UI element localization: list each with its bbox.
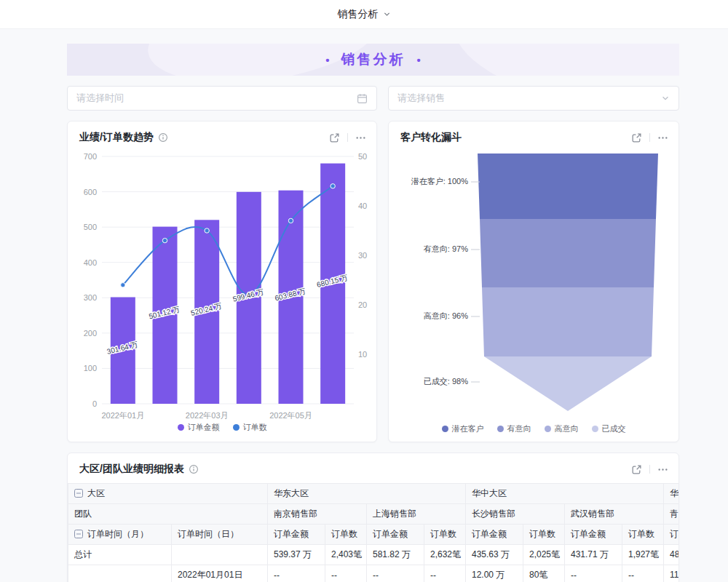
actions-divider — [649, 465, 650, 474]
line-point[interactable] — [331, 184, 335, 188]
y-axis-right-tick: 50 — [358, 152, 367, 161]
banner-dot-left: • — [325, 54, 329, 66]
legend-label: 潜在客户 — [452, 423, 484, 434]
export-icon[interactable] — [631, 132, 642, 143]
funnel-segment-2[interactable] — [482, 287, 654, 356]
legend-label: 订单金额 — [188, 422, 220, 433]
funnel-card: 客户转化漏斗 潜在客户: 100%有意向: 97%高意向: 96%已成交: 98… — [388, 121, 679, 442]
metric-count-header: 订单数 — [325, 525, 367, 545]
line-point[interactable] — [121, 283, 125, 287]
y-axis-left-tick: 200 — [84, 329, 97, 338]
region-name-header: 华中大区 — [466, 484, 664, 504]
region-name-header: 华东大区 — [268, 484, 466, 504]
funnel-stage-label: 潜在客户: 100% — [411, 177, 468, 186]
line-point[interactable] — [288, 218, 293, 223]
legend-item[interactable]: 订单金额 — [178, 422, 220, 433]
collapse-minus-square-icon[interactable] — [74, 489, 83, 498]
chevron-down-icon — [661, 94, 670, 103]
metric-count-header: 订单数 — [523, 525, 565, 545]
dashboard-switcher[interactable]: 销售分析 — [338, 8, 391, 21]
legend-label: 高意向 — [555, 423, 579, 434]
month-cell: 总计 — [68, 545, 172, 565]
metric-amount-header: 订单金额 — [367, 525, 424, 545]
actions-divider — [347, 133, 348, 142]
x-axis-tick: 2022年05月 — [269, 411, 312, 420]
legend-dot — [233, 424, 240, 431]
actions-divider — [649, 133, 650, 142]
value-cell: 486.06 万 — [664, 545, 679, 565]
info-circle-icon[interactable] — [158, 132, 168, 143]
funnel-card-actions — [631, 132, 668, 143]
team-name-header: 青岛销售部 — [664, 504, 679, 525]
dashboard-title: 销售分析 — [338, 8, 379, 21]
y-axis-right-tick: 10 — [358, 350, 367, 359]
trend-card-actions — [329, 132, 366, 143]
region-name-header: 华北大区 — [664, 484, 679, 504]
export-icon[interactable] — [329, 132, 340, 143]
legend-item[interactable]: 高意向 — [545, 423, 579, 434]
table-scroll-area[interactable]: 大区华东大区华中大区华北大区团队南京销售部上海销售部长沙销售部武汉销售部青岛销售… — [68, 483, 678, 582]
table-card-title: 大区/团队业绩明细报表 — [79, 463, 199, 476]
value-cell: 539.37 万 — [268, 545, 325, 565]
day-col-header: 订单时间（日） — [172, 525, 268, 545]
legend-dot — [592, 426, 598, 432]
funnel-stage-label: 高意向: 96% — [424, 311, 468, 320]
chevron-down-icon — [383, 10, 391, 18]
metric-amount-header: 订单金额 — [268, 525, 325, 545]
legend-item[interactable]: 潜在客户 — [442, 423, 484, 434]
funnel-segment-0[interactable] — [478, 154, 658, 219]
funnel-card-title-text: 客户转化漏斗 — [400, 131, 462, 144]
team-name-header: 南京销售部 — [268, 504, 367, 525]
y-axis-left-tick: 600 — [84, 188, 97, 196]
line-point[interactable] — [205, 228, 209, 233]
day-cell: 2022年01月01日 — [172, 565, 268, 582]
funnel-legend: 潜在客户有意向高意向已成交 — [389, 423, 678, 434]
month-cell — [68, 565, 172, 582]
collapse-minus-square-icon[interactable] — [74, 530, 83, 538]
table-row-teams: 团队南京销售部上海销售部长沙销售部武汉销售部青岛销售部 — [68, 504, 679, 525]
value-cell: -- — [325, 565, 367, 582]
y-axis-left-tick: 700 — [84, 152, 97, 161]
legend-item[interactable]: 已成交 — [592, 423, 626, 434]
funnel-segment-3[interactable] — [484, 356, 652, 411]
legend-item[interactable]: 有意向 — [497, 423, 531, 434]
calendar-icon — [357, 93, 368, 104]
time-filter-input[interactable]: 请选择时间 — [67, 86, 377, 111]
export-icon[interactable] — [631, 464, 642, 475]
value-cell: 2,632笔 — [424, 545, 466, 565]
banner-title-text: 销售分析 — [341, 50, 405, 69]
legend-dot — [178, 424, 184, 431]
team-name-header: 长沙销售部 — [466, 504, 565, 525]
sales-filter-select[interactable]: 请选择销售 — [388, 86, 679, 111]
line-point[interactable] — [162, 238, 167, 242]
y-axis-left-tick: 400 — [84, 258, 97, 267]
metric-amount-header: 订单金额 — [466, 525, 523, 545]
more-icon[interactable] — [657, 132, 668, 143]
more-icon[interactable] — [657, 464, 668, 475]
team-name-header: 武汉销售部 — [565, 504, 664, 525]
team-name-header: 上海销售部 — [367, 504, 466, 525]
metric-count-header: 订单数 — [424, 525, 466, 545]
more-icon[interactable] — [355, 132, 366, 143]
y-axis-right-tick: 40 — [358, 202, 367, 210]
funnel-card-title: 客户转化漏斗 — [400, 131, 462, 144]
trend-chart: 01002003004005006007001020304050301.64 万… — [68, 148, 377, 433]
value-cell: -- — [268, 565, 325, 582]
table-card-actions — [631, 464, 668, 475]
value-cell: -- — [622, 565, 664, 582]
value-cell: 1,927笔 — [622, 545, 664, 565]
banner: • 销售分析 • — [67, 44, 679, 76]
day-cell — [172, 545, 268, 565]
legend-label: 有意向 — [507, 423, 531, 434]
funnel-segment-1[interactable] — [480, 219, 656, 287]
metric-amount-header: 订单金额 — [565, 525, 622, 545]
content: • 销售分析 • 请选择时间 请选择销售 业绩/订单数趋势 — [0, 29, 728, 582]
funnel-card-header: 客户转化漏斗 — [389, 121, 678, 144]
info-circle-icon[interactable] — [189, 464, 199, 474]
y-axis-left-tick: 0 — [92, 399, 97, 408]
value-cell: 435.63 万 — [466, 545, 523, 565]
table-card-header: 大区/团队业绩明细报表 — [68, 453, 678, 476]
value-cell: 11.07 万 — [664, 565, 679, 582]
metric-count-header: 订单数 — [622, 525, 664, 545]
legend-item[interactable]: 订单数 — [233, 422, 267, 433]
